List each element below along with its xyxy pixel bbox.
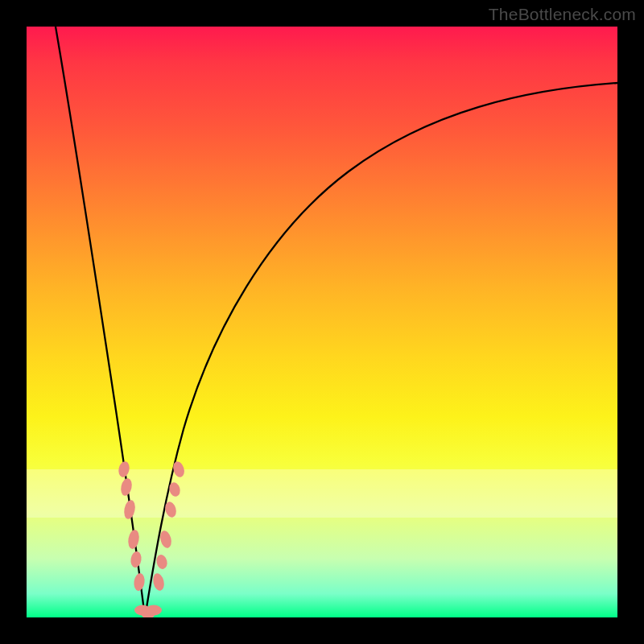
marker [130,551,142,568]
marker-group [117,460,186,617]
marker [133,572,146,592]
watermark: TheBottleneck.com [489,5,636,24]
marker [122,499,136,520]
marker [117,460,130,478]
left-branch [56,27,145,617]
marker [119,477,133,497]
marker [155,554,169,571]
marker [151,572,166,592]
chart-frame: TheBottleneck.com [0,0,644,644]
bottleneck-curve [27,27,617,617]
marker [127,529,141,550]
marker [159,530,173,550]
marker [171,460,187,478]
right-branch [145,83,617,617]
marker [146,605,162,616]
